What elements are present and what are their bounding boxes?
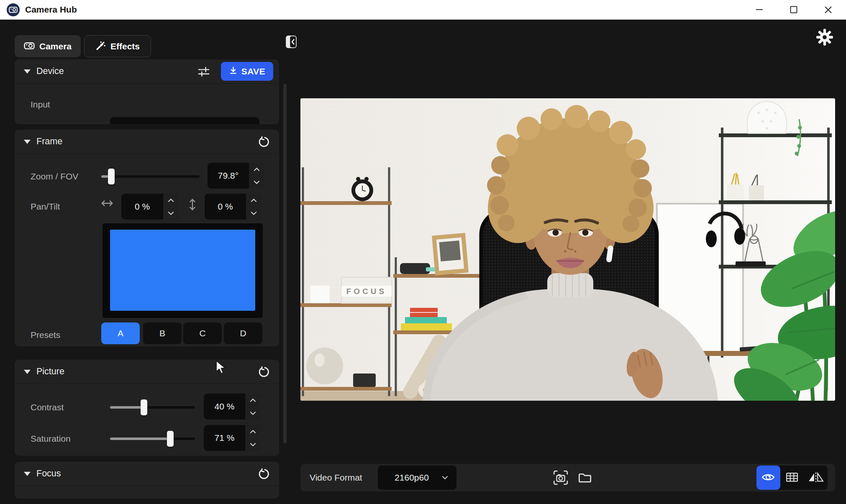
slider-fill <box>110 406 144 409</box>
video-format-value: 2160p60 <box>395 473 429 483</box>
chevron-down-icon <box>442 476 448 480</box>
preview-toggle-button[interactable] <box>756 466 780 490</box>
tilt-steppers <box>246 194 261 220</box>
frame-section: Frame Zoom / FOV 79.8° Pan/Tilt 0 % 0 % <box>15 130 279 346</box>
collapse-triangle-icon[interactable] <box>24 370 31 374</box>
download-icon <box>229 66 238 77</box>
slider-handle[interactable] <box>141 399 147 415</box>
slider-handle[interactable] <box>167 431 174 447</box>
device-section-header: Device SAVE <box>15 59 279 84</box>
pan-tilt-preview[interactable] <box>103 223 263 318</box>
reset-picture-button[interactable] <box>258 366 269 377</box>
pan-steppers <box>163 194 178 220</box>
saturation-steppers <box>245 425 260 451</box>
tab-camera-label: Camera <box>39 41 72 51</box>
maximize-button[interactable] <box>787 3 800 16</box>
contrast-step-down[interactable] <box>245 407 260 420</box>
input-label: Input <box>31 100 50 110</box>
pan-value-box: 0 % <box>121 194 178 220</box>
saturation-value-box: 71 % <box>204 425 260 451</box>
magic-wand-icon <box>95 41 106 52</box>
grid-icon <box>786 473 798 483</box>
pan-tilt-preview-frame <box>110 230 255 311</box>
flip-horizontal-icon <box>808 472 824 484</box>
save-button[interactable]: SAVE <box>221 62 273 81</box>
tab-effects[interactable]: Effects <box>84 35 151 57</box>
tilt-step-down[interactable] <box>246 207 261 220</box>
saturation-step-up[interactable] <box>245 425 260 438</box>
saturation-slider[interactable] <box>110 430 195 447</box>
collapse-sidebar-button[interactable] <box>284 33 299 50</box>
collapse-triangle-icon[interactable] <box>24 140 31 144</box>
picture-section-title: Picture <box>36 366 64 377</box>
contrast-step-up[interactable] <box>245 394 260 407</box>
picture-section-header: Picture <box>15 360 279 384</box>
frame-section-header: Frame <box>15 130 279 154</box>
tilt-value: 0 % <box>205 194 246 220</box>
pan-horizontal-icon <box>100 199 114 207</box>
device-section: Device SAVE Input Elgato Facecam Pro <box>15 59 279 124</box>
video-scene: FOCUS <box>300 98 835 401</box>
video-preview: FOCUS <box>300 98 835 401</box>
snapshot-button[interactable] <box>551 468 571 487</box>
zoom-fov-step-down[interactable] <box>249 176 264 189</box>
contrast-value-box: 40 % <box>204 394 260 420</box>
footer-bar: Video Format 2160p60 <box>300 464 835 491</box>
saturation-value: 71 % <box>204 425 245 451</box>
zoom-fov-steppers <box>249 163 264 189</box>
tilt-step-up[interactable] <box>246 194 261 207</box>
tab-camera[interactable]: Camera <box>15 35 81 57</box>
zoom-fov-value: 79.8° <box>208 163 249 189</box>
reset-frame-button[interactable] <box>258 136 269 147</box>
contrast-steppers <box>245 394 260 420</box>
zoom-fov-value-box: 79.8° <box>208 163 264 189</box>
slider-track <box>101 175 200 178</box>
window-controls <box>753 3 839 16</box>
zoom-fov-slider[interactable] <box>101 168 200 185</box>
sidebar-scrollbar[interactable] <box>283 84 287 443</box>
camera-tab-icon <box>24 40 35 52</box>
device-section-body: Input Elgato Facecam Pro <box>15 84 279 124</box>
preset-b-button[interactable]: B <box>143 322 182 344</box>
svg-text:FOCUS: FOCUS <box>346 287 387 296</box>
collapse-triangle-icon[interactable] <box>24 69 31 74</box>
contrast-slider[interactable] <box>110 399 195 416</box>
focus-section: Focus <box>15 462 279 499</box>
collapse-triangle-icon[interactable] <box>24 472 31 476</box>
focus-section-header: Focus <box>15 462 279 486</box>
focus-section-title: Focus <box>36 468 61 479</box>
settings-gear-button[interactable] <box>815 28 834 47</box>
saturation-label: Saturation <box>31 434 71 444</box>
frame-section-title: Frame <box>36 136 62 147</box>
slider-handle[interactable] <box>108 169 115 184</box>
flip-horizontal-button[interactable] <box>804 466 828 490</box>
preview-mode-group <box>756 466 828 490</box>
open-folder-button[interactable] <box>575 468 595 487</box>
video-format-label: Video Format <box>310 464 362 491</box>
eye-icon <box>761 472 775 484</box>
reset-focus-button[interactable] <box>258 468 269 479</box>
pan-value: 0 % <box>121 194 163 220</box>
contrast-value: 40 % <box>204 394 245 420</box>
picture-section: Picture Contrast 40 % Saturation 71 % <box>15 360 279 456</box>
preset-a-button[interactable]: A <box>101 322 140 344</box>
tilt-value-box: 0 % <box>205 194 261 220</box>
pan-step-up[interactable] <box>163 194 178 207</box>
advanced-settings-button[interactable] <box>197 66 210 77</box>
saturation-step-down[interactable] <box>245 438 260 451</box>
app-title: Camera Hub <box>25 5 77 15</box>
slider-fill <box>110 437 170 440</box>
input-select[interactable]: Elgato Facecam Pro <box>110 117 259 124</box>
save-button-label: SAVE <box>241 67 266 77</box>
zoom-fov-label: Zoom / FOV <box>31 171 78 182</box>
pan-step-down[interactable] <box>163 207 178 220</box>
presets-label: Presets <box>31 330 60 340</box>
minimize-button[interactable] <box>753 3 766 16</box>
zoom-fov-step-up[interactable] <box>249 163 264 176</box>
preset-c-button[interactable]: C <box>183 322 222 344</box>
preset-d-button[interactable]: D <box>224 322 262 344</box>
tilt-vertical-icon <box>188 197 197 212</box>
grid-overlay-button[interactable] <box>780 466 804 490</box>
video-format-select[interactable]: 2160p60 <box>378 466 456 490</box>
close-button[interactable] <box>822 3 834 16</box>
